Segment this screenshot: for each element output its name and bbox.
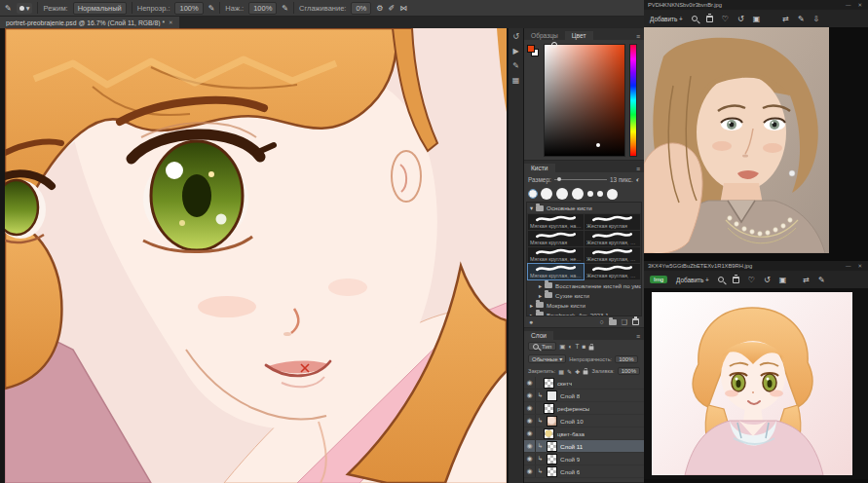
brush-item[interactable]: Мягкая круглая, нажим — [528, 214, 584, 230]
layer-thumbnail[interactable] — [547, 466, 557, 477]
new-brush-icon[interactable]: ❑ — [622, 318, 627, 326]
brush-size-slider[interactable] — [554, 179, 607, 180]
layer-thumbnail[interactable] — [547, 390, 557, 401]
eye-icon[interactable]: ◉ — [524, 465, 536, 477]
download-icon[interactable]: ⇩ — [813, 15, 820, 23]
brush-item[interactable]: Жесткая круглая, нажим, непр. — [585, 264, 640, 279]
opacity-pressure-icon[interactable]: ✎ — [208, 4, 215, 13]
thumbnail-size-icon[interactable]: ● — [529, 318, 533, 325]
recent-brush[interactable] — [597, 191, 603, 197]
filter-shape-icon[interactable]: ■ — [582, 343, 585, 350]
eye-icon[interactable]: ◉ — [524, 415, 536, 427]
filter-adjustment-icon[interactable]: ◐ — [568, 343, 572, 350]
lock-all-icon[interactable] — [584, 371, 588, 375]
undo-icon[interactable]: ↺ — [737, 15, 744, 23]
layer-fill-input[interactable]: 100% — [618, 367, 640, 375]
brush-folder[interactable]: ▸Brushpack_Aw_2023.1 — [527, 310, 641, 316]
brush-item[interactable]: Мягкая круглая — [528, 231, 584, 246]
blend-mode-select[interactable]: Нормальный — [73, 2, 127, 15]
color-selector-ring[interactable] — [551, 42, 557, 48]
patterns-panel-icon[interactable]: ▦ — [512, 76, 520, 85]
layer-row[interactable]: ◉ ↳ Слой 9 — [524, 453, 644, 465]
layer-thumbnail[interactable] — [544, 428, 554, 439]
tab-brushes[interactable]: Кисти — [524, 164, 555, 172]
layer-row-selected[interactable]: ◉ ↳ Слой 11 — [524, 440, 644, 453]
close-icon[interactable]: ✕ — [855, 263, 864, 269]
add-button[interactable]: Добавить + — [650, 16, 683, 22]
eye-icon[interactable]: ◉ — [524, 390, 536, 401]
recent-brush[interactable] — [529, 190, 537, 198]
layer-thumbnail[interactable] — [547, 441, 557, 452]
search-icon[interactable] — [692, 16, 698, 21]
recent-brush[interactable] — [556, 188, 568, 200]
panel-menu-icon[interactable]: ≡ — [632, 166, 644, 172]
foreground-color-swatch[interactable] — [527, 45, 535, 53]
layer-thumbnail[interactable] — [547, 454, 557, 464]
brush-folder[interactable]: ▸Сухие кисти — [527, 290, 641, 300]
edit-icon[interactable]: ✎ — [798, 15, 805, 23]
new-group-icon[interactable] — [609, 319, 617, 325]
layer-thumbnail[interactable] — [547, 416, 557, 427]
recent-brush[interactable] — [607, 189, 618, 200]
layer-row[interactable]: ◉ ↳ Слой 8 — [524, 390, 644, 402]
flow-input[interactable]: 100% — [248, 2, 277, 15]
minimize-icon[interactable]: — — [844, 2, 853, 8]
filter-smart-icon[interactable] — [589, 346, 594, 350]
undo-icon[interactable]: ↺ — [764, 276, 771, 284]
foreground-background-swatches[interactable] — [527, 45, 540, 57]
favorite-icon[interactable]: ♡ — [722, 15, 729, 23]
actions-panel-icon[interactable]: ▶ — [512, 47, 518, 56]
hue-slider[interactable] — [629, 44, 637, 157]
history-panel-icon[interactable]: ↺ — [512, 32, 519, 41]
shuffle-icon[interactable]: ⇄ — [803, 276, 810, 284]
layer-filter-select[interactable]: Тип — [528, 342, 556, 351]
close-icon[interactable]: ✕ — [855, 2, 864, 8]
preview-icon[interactable]: ○ — [599, 318, 603, 325]
recent-brush[interactable] — [587, 191, 593, 197]
brush-group-header[interactable]: ▾ Основные кисти — [527, 203, 641, 213]
eye-icon[interactable]: ◉ — [524, 453, 536, 464]
tool-preset-picker[interactable]: ▾ — [17, 3, 33, 14]
brush-settings-panel-icon[interactable]: ✎ — [512, 61, 519, 70]
saturation-brightness-field[interactable] — [544, 44, 625, 157]
reference-window2-titlebar[interactable]: 3KX4Yw5GGtBuZbETEXv1R1XB9RH.jpg — ✕ — [644, 261, 868, 271]
reference-photo[interactable] — [644, 27, 868, 253]
search-icon[interactable] — [718, 277, 724, 282]
tab-layers[interactable]: Слои — [524, 331, 553, 340]
trash-icon[interactable] — [733, 277, 739, 283]
smoothing-gear-icon[interactable]: ⚙ — [376, 4, 383, 13]
minimize-icon[interactable]: — — [844, 263, 853, 269]
pressure-size-icon[interactable]: ◐ — [636, 176, 640, 183]
eye-icon[interactable]: ◉ — [524, 402, 536, 414]
shuffle-icon[interactable]: ⇄ — [782, 15, 789, 23]
brush-folder[interactable]: ▸Восстановление кистей по умолч. — [527, 280, 641, 290]
lock-transparency-icon[interactable]: ▦ — [558, 368, 564, 375]
layer-row[interactable]: ◉ ↳ Слой 6 — [524, 465, 644, 478]
layer-row[interactable]: ◉ референсы — [524, 402, 644, 415]
layer-thumbnail[interactable] — [544, 403, 554, 414]
favorite-icon[interactable]: ♡ — [748, 276, 755, 284]
brush-item[interactable]: Мягкая круглая, непрозр. — [528, 247, 584, 263]
tab-swatches[interactable]: Образцы — [524, 31, 565, 40]
airbrush-icon[interactable]: ✐ — [388, 4, 395, 13]
document-tab[interactable]: portret-preobrajenie.psd @ 16.7% (Слой 1… — [0, 17, 179, 28]
canvas[interactable] — [5, 28, 507, 483]
recent-brush[interactable] — [541, 188, 552, 200]
layer-row[interactable]: ◉ ↳ Слой 10 — [524, 415, 644, 427]
lock-pixels-icon[interactable]: ✎ — [567, 368, 572, 375]
slider-thumb[interactable] — [557, 177, 561, 181]
reference-window1-titlebar[interactable]: PVDHKNKNSbv0ir3bvnBr.jpg — ✕ — [644, 0, 868, 10]
flow-pressure-icon[interactable]: ✎ — [282, 4, 288, 13]
delete-icon[interactable] — [632, 318, 639, 325]
reference-illustration[interactable] — [644, 288, 868, 479]
edit-icon[interactable]: ✎ — [818, 276, 825, 284]
lock-position-icon[interactable]: ✚ — [575, 368, 580, 375]
image-downloader-badge[interactable]: Img — [650, 276, 667, 283]
crop-icon[interactable]: ▣ — [779, 276, 787, 284]
opacity-input[interactable]: 100% — [174, 2, 203, 15]
trash-icon[interactable] — [706, 16, 713, 22]
brush-folder[interactable]: ▸Мокрые кисти — [527, 300, 641, 310]
layer-row[interactable]: ◉ скетч — [524, 377, 644, 390]
layer-blend-mode-select[interactable]: Обычные ▾ — [528, 354, 566, 363]
brush-item[interactable]: Жесткая круглая, нажим — [585, 231, 640, 246]
